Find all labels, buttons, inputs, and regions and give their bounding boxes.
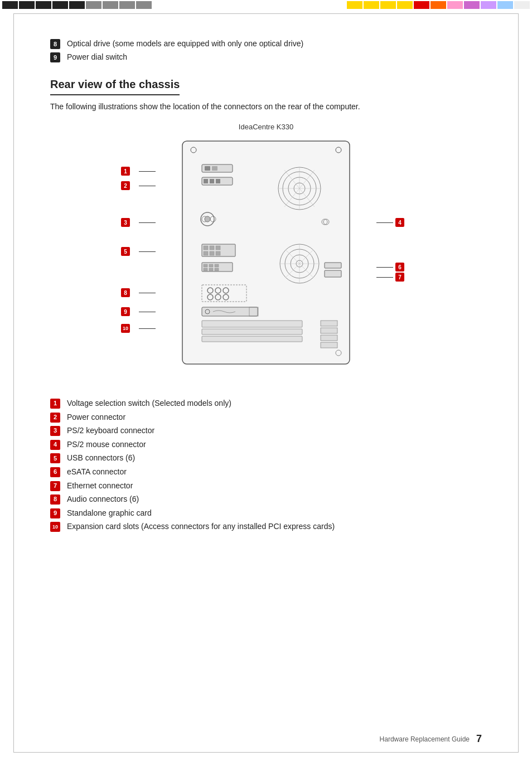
page-content: 8 Optical drive (some models are equippe…	[0, 0, 532, 569]
legend-text-8: Audio connectors (6)	[67, 494, 139, 505]
legend-text-10: Expansion card slots (Access connectors …	[67, 521, 335, 532]
svg-rect-60	[202, 336, 302, 342]
legend-item-2: 2Power connector	[50, 412, 482, 423]
callout-9: 9	[121, 307, 156, 316]
legend-item-10: 10Expansion card slots (Access connector…	[50, 521, 482, 532]
legend-text-1: Voltage selection switch (Selected model…	[67, 398, 231, 409]
badge-9: 9	[50, 52, 60, 62]
svg-rect-12	[205, 166, 210, 171]
footer-page: 7	[476, 733, 482, 745]
svg-rect-40	[325, 270, 341, 277]
legend-text-5: USB connectors (6)	[67, 453, 135, 464]
svg-rect-46	[209, 268, 213, 271]
svg-rect-59	[202, 329, 302, 334]
legend-item-9: 9Standalone graphic card	[50, 508, 482, 519]
svg-rect-63	[321, 335, 337, 341]
svg-rect-61	[321, 321, 337, 326]
legend-item-1: 1Voltage selection switch (Selected mode…	[50, 398, 482, 409]
svg-rect-35	[216, 246, 220, 250]
legend-item-5: 5USB connectors (6)	[50, 453, 482, 464]
legend-text-6: eSATA connector	[67, 467, 127, 478]
top-items-list: 8 Optical drive (some models are equippe…	[50, 39, 482, 62]
legend-list: 1Voltage selection switch (Selected mode…	[50, 398, 482, 532]
legend-item-8: 8Audio connectors (6)	[50, 494, 482, 505]
callout-4: 4	[376, 218, 411, 227]
callout-10: 10	[121, 324, 156, 333]
top-item-8-text: Optical drive (some models are equipped …	[67, 39, 303, 48]
svg-rect-17	[216, 179, 220, 183]
chassis-diagram	[160, 135, 372, 370]
callout-7: 7	[376, 273, 411, 282]
svg-rect-45	[204, 268, 207, 271]
svg-rect-37	[210, 251, 214, 255]
svg-rect-39	[325, 263, 341, 268]
diagram-area: IdeaCentre K330	[50, 123, 482, 382]
diagram-label: IdeaCentre K330	[50, 123, 482, 131]
diagram-container: 1 2 3 5 8	[121, 135, 411, 381]
legend-badge-9: 9	[50, 508, 60, 518]
legend-badge-7: 7	[50, 481, 60, 491]
svg-rect-36	[204, 251, 208, 255]
legend-text-7: Ethernet connector	[67, 481, 133, 492]
svg-point-21	[205, 216, 210, 222]
legend-badge-4: 4	[50, 440, 60, 450]
callout-5: 5	[121, 247, 156, 256]
callout-8: 8	[121, 288, 156, 297]
legend-badge-8: 8	[50, 494, 60, 505]
legend-item-3: 3PS/2 keyboard connector	[50, 425, 482, 437]
callout-1: 1	[121, 167, 156, 176]
svg-rect-43	[209, 264, 213, 267]
callout-3: 3	[121, 218, 156, 227]
footer-text: Hardware Replacement Guide	[380, 735, 470, 743]
svg-rect-42	[204, 264, 207, 267]
footer: Hardware Replacement Guide 7	[380, 733, 482, 745]
callout-2: 2	[121, 181, 156, 190]
svg-rect-47	[215, 268, 219, 271]
legend-badge-3: 3	[50, 426, 60, 436]
top-item-9: 9 Power dial switch	[50, 52, 482, 62]
svg-rect-58	[202, 321, 302, 327]
legend-text-9: Standalone graphic card	[67, 508, 152, 519]
legend-item-7: 7Ethernet connector	[50, 481, 482, 492]
svg-rect-64	[321, 342, 337, 348]
legend-badge-2: 2	[50, 413, 60, 423]
svg-rect-15	[204, 179, 208, 183]
legend-badge-6: 6	[50, 467, 60, 477]
section-desc: The following illustrations show the loc…	[50, 101, 482, 113]
svg-rect-38	[216, 251, 220, 255]
top-item-9-text: Power dial switch	[67, 52, 127, 61]
legend-badge-5: 5	[50, 453, 60, 463]
callout-6: 6	[376, 263, 411, 272]
svg-rect-33	[204, 246, 208, 250]
svg-rect-16	[210, 179, 214, 183]
legend-item-4: 4PS/2 mouse connector	[50, 439, 482, 450]
badge-8: 8	[50, 39, 60, 49]
legend-badge-1: 1	[50, 399, 60, 409]
legend-text-2: Power connector	[67, 412, 125, 423]
svg-rect-44	[215, 264, 219, 267]
legend-text-3: PS/2 keyboard connector	[67, 425, 154, 437]
legend-item-6: 6eSATA connector	[50, 467, 482, 478]
legend-badge-10: 10	[50, 522, 60, 532]
section-title: Rear view of the chassis	[50, 78, 180, 95]
svg-rect-34	[210, 246, 214, 250]
legend-text-4: PS/2 mouse connector	[67, 439, 146, 450]
svg-rect-13	[212, 166, 217, 171]
top-item-8: 8 Optical drive (some models are equippe…	[50, 39, 482, 49]
svg-rect-62	[321, 328, 337, 333]
